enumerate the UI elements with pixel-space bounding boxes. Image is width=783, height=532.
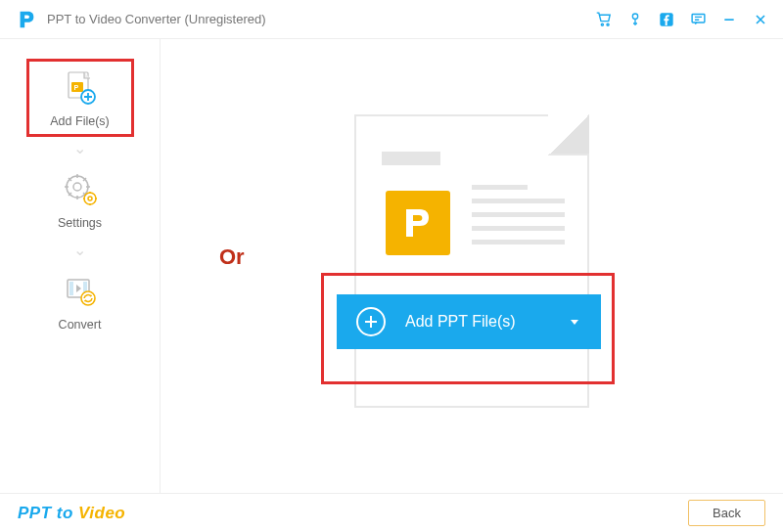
plus-circle-icon [356, 307, 386, 336]
svg-point-17 [81, 291, 95, 305]
feedback-icon[interactable] [689, 11, 707, 28]
svg-point-12 [84, 193, 96, 204]
add-ppt-files-label: Add PPT File(s) [405, 313, 516, 331]
cart-icon[interactable] [595, 11, 613, 28]
minimize-icon[interactable] [720, 11, 738, 28]
sidebar-item-convert[interactable]: Convert [26, 262, 134, 340]
svg-point-11 [73, 183, 81, 191]
window-title: PPT to Video Converter (Unregistered) [47, 12, 266, 26]
svg-rect-5 [724, 19, 733, 21]
svg-point-13 [88, 197, 92, 200]
close-icon[interactable] [752, 11, 769, 28]
document-placeholder: Add PPT File(s) [354, 114, 589, 408]
sidebar-item-label: Settings [58, 216, 102, 230]
sidebar-item-label: Add File(s) [50, 114, 109, 128]
main-panel: Or Add PPT File(s) [161, 39, 783, 493]
key-icon[interactable] [626, 11, 644, 28]
svg-rect-15 [69, 282, 73, 295]
sidebar-item-label: Convert [59, 318, 102, 332]
svg-point-0 [601, 23, 603, 25]
footer-brand: PPT to Video [18, 504, 125, 523]
add-ppt-files-button[interactable]: Add PPT File(s) [337, 294, 601, 349]
svg-text:P: P [73, 84, 78, 91]
caret-down-icon[interactable] [570, 313, 579, 331]
powerpoint-icon [386, 191, 450, 255]
titlebar-actions [595, 11, 769, 28]
add-file-icon: P [60, 67, 101, 109]
sidebar-item-settings[interactable]: Settings [26, 160, 134, 239]
sidebar: P Add File(s) ⌄ Settings ⌄ [0, 39, 161, 493]
or-label: Or [219, 244, 245, 270]
svg-point-1 [606, 23, 608, 25]
svg-rect-4 [692, 15, 705, 23]
settings-icon [60, 169, 101, 210]
facebook-icon[interactable] [658, 11, 675, 28]
back-button[interactable]: Back [688, 500, 765, 526]
chevron-down-icon: ⌄ [73, 145, 86, 153]
chevron-down-icon: ⌄ [73, 246, 86, 254]
titlebar: PPT to Video Converter (Unregistered) [0, 0, 783, 39]
svg-point-2 [632, 14, 637, 19]
footer: PPT to Video Back [0, 493, 783, 532]
app-logo-icon [16, 9, 37, 30]
convert-icon [60, 271, 101, 312]
sidebar-item-add-files[interactable]: P Add File(s) [26, 59, 134, 137]
